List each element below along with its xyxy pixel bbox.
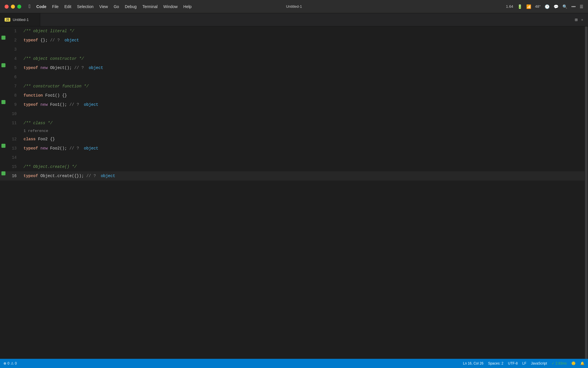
list-icon: ☰	[580, 4, 583, 9]
close-button[interactable]	[5, 5, 9, 9]
menu-go[interactable]: Go	[111, 4, 122, 9]
line-code-11: /** class */	[21, 118, 585, 128]
line-number-9: 9	[7, 100, 21, 109]
line-code-5: typeof new Object(); // ? object	[21, 63, 585, 72]
editor-area: 1 /** object literal */ 2 typeof {}; // …	[0, 26, 588, 359]
smiley-icon: 🙂	[571, 361, 576, 365]
line-code-4: /** object constructor */	[21, 54, 585, 63]
temperature-label: 48°	[535, 4, 541, 9]
encoding-setting[interactable]: UTF-8	[508, 361, 518, 365]
status-right: Ln 16, Col 26 Spaces: 2 UTF-8 LF JavaScr…	[463, 361, 585, 365]
circle-icon: ●	[581, 18, 583, 22]
clock-icon: 🕐	[545, 4, 550, 9]
tab-filename: Untitled-1	[13, 18, 29, 22]
tab-untitled1[interactable]: JS Untitled-1	[0, 13, 40, 26]
menu-window[interactable]: Window	[160, 4, 181, 9]
line-number-10: 10	[7, 109, 21, 118]
apple-menu[interactable]: 	[26, 3, 34, 9]
error-icon: ⊗	[3, 361, 6, 365]
line-number-16: 16	[7, 171, 21, 181]
table-row: 11 /** class */	[0, 118, 585, 128]
table-row: 13 typeof new Foo2(); // ? object	[0, 144, 585, 153]
line-code-13: typeof new Foo2(); // ? object	[21, 144, 585, 153]
menu-help[interactable]: Help	[181, 4, 195, 9]
breakpoint-9	[0, 100, 7, 104]
table-row: 9 typeof new Foo1(); // ? object	[0, 100, 585, 109]
line-number-12: 12	[7, 135, 21, 144]
menu-edit[interactable]: Edit	[61, 4, 74, 9]
minimap-scrollbar[interactable]	[585, 26, 588, 359]
line-code-9: typeof new Foo1(); // ? object	[21, 100, 585, 109]
table-row: 2 typeof {}; // ? object	[0, 36, 585, 45]
menu-selection[interactable]: Selection	[74, 4, 96, 9]
table-row: 5 typeof new Object(); // ? object	[0, 63, 585, 72]
split-editor-icon[interactable]: ⊞	[575, 17, 578, 23]
line-ending-setting[interactable]: LF	[522, 361, 526, 365]
table-row: 1 /** object literal */	[0, 26, 585, 36]
status-bar-right: 1.64 🔋 📶 48° 🕐 💬 🔍 ••• ☰	[501, 4, 588, 9]
line-number-11: 11	[7, 118, 21, 128]
menu-section:  Code File Edit Selection View Go Debug…	[26, 3, 501, 9]
line-code-7: /** constructor function */	[21, 82, 585, 91]
minimap-thumb	[585, 26, 587, 359]
version-label: 1.64	[506, 4, 513, 9]
breakpoint-13	[0, 144, 7, 148]
finder-icon: 🔍	[562, 4, 567, 9]
line-code-hint: 1 reference	[21, 128, 585, 135]
tab-actions: ⊞ ●	[570, 13, 588, 26]
js-badge: JS	[5, 18, 10, 22]
line-number-7: 7	[7, 82, 21, 91]
line-code-16: typeof Object.create({}); // ? object	[21, 171, 585, 181]
table-row: 16 typeof Object.create({}); // ? object	[0, 171, 585, 181]
cursor-position[interactable]: Ln 16, Col 26	[463, 361, 483, 365]
table-row: 14	[0, 153, 585, 162]
line-code-15: /** Object.create() */	[21, 162, 585, 171]
line-code-1: /** object literal */	[21, 26, 585, 36]
breakpoint-2	[0, 36, 7, 40]
line-code-2: typeof {}; // ? object	[21, 36, 585, 45]
table-row: 10	[0, 109, 585, 118]
window-title: Untitled-1	[286, 4, 302, 9]
status-bar: ⊗ 0 ⚠ 0 Ln 16, Col 26 Spaces: 2 UTF-8 LF…	[0, 359, 588, 368]
line-code-12: class Foo2 {}	[21, 135, 585, 144]
line-number-3: 3	[7, 45, 21, 54]
table-row: 4 /** object constructor */	[0, 54, 585, 63]
wechat-icon: 💬	[554, 4, 558, 9]
minimize-button[interactable]	[11, 5, 15, 9]
menu-file[interactable]: File	[49, 4, 62, 9]
line-number-5: 5	[7, 63, 21, 72]
menu-terminal[interactable]: Terminal	[140, 4, 160, 9]
menu-debug[interactable]: Debug	[122, 4, 140, 9]
code-content[interactable]: 1 /** object literal */ 2 typeof {}; // …	[0, 26, 585, 359]
menu-code[interactable]: Code	[34, 4, 49, 9]
status-left: ⊗ 0 ⚠ 0	[3, 361, 17, 365]
line-number-1: 1	[7, 26, 21, 36]
maximize-button[interactable]	[17, 5, 21, 9]
table-row: 8 function Foo1() {}	[0, 91, 585, 100]
battery-icon: 🔋	[517, 4, 522, 9]
line-number-6: 6	[7, 72, 21, 82]
menu-view[interactable]: View	[96, 4, 111, 9]
traffic-lights	[0, 5, 26, 9]
line-number-8: 8	[7, 91, 21, 100]
table-row: 15 /** Object.create() */	[0, 162, 585, 171]
language-mode[interactable]: JavaScript	[531, 361, 547, 365]
line-number-2: 2	[7, 36, 21, 45]
warning-number: 0	[15, 361, 17, 365]
table-row: 3	[0, 45, 585, 54]
perf-indicator: ✓ 2.83ms	[552, 361, 567, 365]
breakpoint-16	[0, 171, 7, 175]
tab-bar: JS Untitled-1 ⊞ ●	[0, 13, 588, 26]
line-number-13: 13	[7, 144, 21, 153]
line-number-14: 14	[7, 153, 21, 162]
breakpoint-5	[0, 63, 7, 67]
table-row: 12 class Foo2 {}	[0, 135, 585, 144]
line-number-4: 4	[7, 54, 21, 63]
dots-icon: •••	[571, 4, 576, 9]
code-lines: 1 /** object literal */ 2 typeof {}; // …	[0, 26, 585, 181]
warning-icon: ⚠	[11, 361, 14, 365]
line-number-hint: 11	[7, 128, 21, 135]
spaces-setting[interactable]: Spaces: 2	[488, 361, 503, 365]
bell-icon[interactable]: 🔔	[580, 361, 585, 365]
error-count[interactable]: ⊗ 0 ⚠ 0	[3, 361, 17, 365]
